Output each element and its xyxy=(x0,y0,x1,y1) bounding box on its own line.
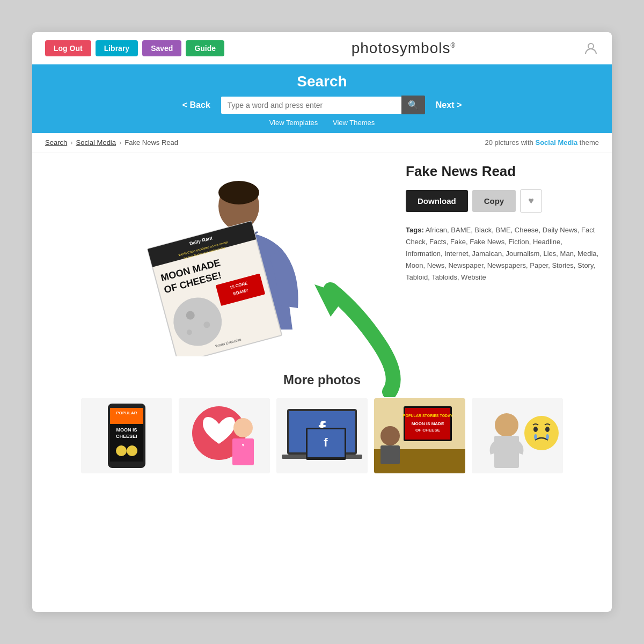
svg-text:MOON IS: MOON IS xyxy=(116,427,137,433)
svg-text:♥: ♥ xyxy=(242,443,245,448)
svg-text:POPULAR: POPULAR xyxy=(116,411,137,415)
photos-grid: POPULAR MOON IS CHEESE! xyxy=(45,398,599,473)
thumb-5[interactable] xyxy=(472,398,563,473)
saved-button[interactable]: Saved xyxy=(142,40,181,56)
svg-point-58 xyxy=(545,427,550,432)
guide-button[interactable]: Guide xyxy=(186,40,224,56)
view-themes-link[interactable]: View Themes xyxy=(333,119,375,127)
user-icon[interactable] xyxy=(583,40,599,56)
svg-point-29 xyxy=(116,445,127,456)
breadcrumb-left: Search › Social Media › Fake News Read xyxy=(45,138,178,147)
breadcrumb-right: 20 pictures with Social Media theme xyxy=(485,138,599,147)
svg-point-59 xyxy=(534,434,537,440)
more-photos-title: More photos xyxy=(45,372,599,387)
svg-point-56 xyxy=(524,416,559,450)
search-submit-button[interactable]: 🔍 xyxy=(401,96,425,114)
tags-list: African, BAME, Black, BME, Cheese, Daily… xyxy=(406,226,598,281)
action-buttons: Download Copy ♥ xyxy=(406,189,599,213)
main-content: Daily Rant World Crisis escalates as we … xyxy=(32,152,612,367)
logout-button[interactable]: Log Out xyxy=(45,40,91,56)
svg-point-33 xyxy=(233,418,253,437)
svg-text:CHEESE!: CHEESE! xyxy=(116,434,137,439)
svg-text:MOON IS MADE: MOON IS MADE xyxy=(412,421,444,426)
breadcrumb: Search › Social Media › Fake News Read 2… xyxy=(32,133,612,152)
top-nav: Log Out Library Saved Guide photosymbols… xyxy=(32,32,612,64)
svg-point-3 xyxy=(218,181,259,204)
svg-point-60 xyxy=(546,434,549,440)
breadcrumb-social-media-link[interactable]: Social Media xyxy=(76,138,116,147)
search-input[interactable] xyxy=(221,97,401,114)
site-title: photosymbols® xyxy=(224,40,583,57)
banner-links: View Templates View Themes xyxy=(45,119,599,127)
breadcrumb-search-link[interactable]: Search xyxy=(45,138,67,147)
search-input-wrap: 🔍 xyxy=(221,96,425,114)
main-image: Daily Rant World Crisis escalates as we … xyxy=(105,163,330,356)
info-panel: Fake News Read Download Copy ♥ Tags: Afr… xyxy=(406,163,599,283)
svg-rect-52 xyxy=(380,445,400,464)
copy-button[interactable]: Copy xyxy=(472,190,516,212)
nav-buttons: Log Out Library Saved Guide xyxy=(45,40,224,56)
download-button[interactable]: Download xyxy=(406,190,468,212)
svg-text:f: f xyxy=(324,436,328,449)
thumb-3[interactable]: f f xyxy=(276,398,368,473)
main-photo-area: Daily Rant World Crisis escalates as we … xyxy=(45,163,390,356)
image-title: Fake News Read xyxy=(406,163,599,180)
thumb-2[interactable]: ♥ xyxy=(179,398,270,473)
svg-point-51 xyxy=(380,426,400,445)
back-link[interactable]: < Back xyxy=(172,100,221,110)
svg-point-57 xyxy=(533,427,538,432)
view-templates-link[interactable]: View Templates xyxy=(269,119,318,127)
search-row: < Back 🔍 Next > xyxy=(45,96,599,114)
heart-button[interactable]: ♥ xyxy=(520,189,542,213)
library-button[interactable]: Library xyxy=(96,40,138,56)
svg-text:OF CHEESE: OF CHEESE xyxy=(415,428,441,433)
svg-point-0 xyxy=(588,43,594,49)
more-photos-section: More photos POPULAR MOON IS CHEESE! xyxy=(32,367,612,489)
breadcrumb-current: Fake News Read xyxy=(125,138,178,147)
svg-point-30 xyxy=(127,445,137,456)
thumb-4[interactable]: POPULAR STORIES TODAY MOON IS MADE OF CH… xyxy=(374,398,465,473)
next-link[interactable]: Next > xyxy=(425,100,472,110)
search-banner-title: Search xyxy=(45,73,599,90)
svg-point-54 xyxy=(495,413,518,437)
svg-text:POPULAR STORIES TODAY: POPULAR STORIES TODAY xyxy=(403,414,453,418)
search-banner: Search < Back 🔍 Next > View Templates Vi… xyxy=(32,64,612,133)
thumb-1[interactable]: POPULAR MOON IS CHEESE! xyxy=(81,398,172,473)
tags-section: Tags: African, BAME, Black, BME, Cheese,… xyxy=(406,224,599,283)
